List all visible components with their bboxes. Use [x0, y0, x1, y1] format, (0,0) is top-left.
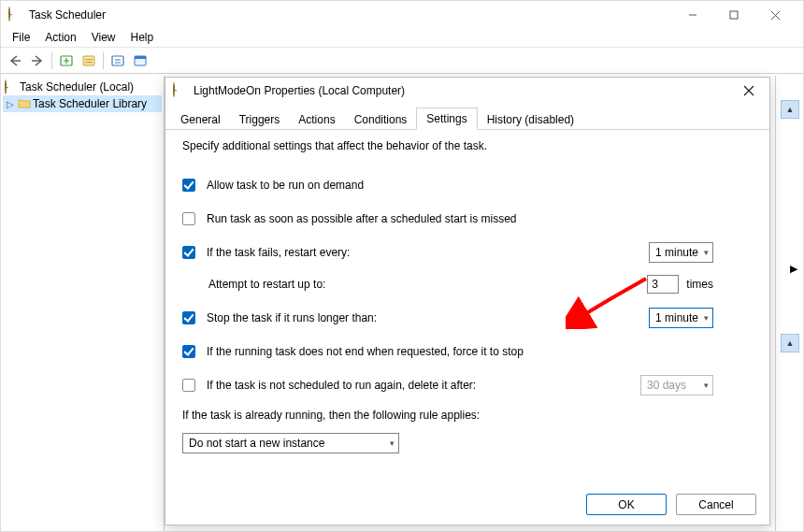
svg-rect-8 [85, 59, 93, 60]
label-allow-on-demand: Allow task to be run on demand [207, 179, 364, 192]
dialog-footer: OK Cancel [586, 494, 756, 515]
select-stop-if-longer-value: 1 minute [655, 311, 698, 324]
svg-rect-14 [135, 56, 146, 59]
tab-conditions[interactable]: Conditions [345, 109, 417, 130]
select-delete-after: 30 days ▾ [640, 375, 713, 395]
chevron-down-icon: ▾ [704, 381, 709, 390]
toolbar-button-4[interactable] [130, 50, 151, 71]
select-running-rule[interactable]: Do not start a new instance ▾ [182, 433, 399, 453]
menu-file[interactable]: File [7, 29, 36, 47]
tree-root-label: Task Scheduler (Local) [20, 80, 134, 93]
maximize-button[interactable] [713, 1, 754, 29]
row-delete-after: If the task is not scheduled to run agai… [182, 375, 753, 395]
actions-panel: ▲ ▶ ▲ [775, 76, 803, 531]
tab-settings[interactable]: Settings [416, 108, 477, 130]
tree-library[interactable]: ▷ Task Scheduler Library [3, 95, 162, 112]
clock-icon [5, 80, 18, 93]
chevron-down-icon: ▾ [704, 248, 709, 257]
row-stop-if-longer: Stop the task if it runs longer than: 1 … [182, 308, 753, 328]
toolbar-button-3[interactable] [108, 50, 128, 71]
actions-panel-scroll[interactable]: ▶ [790, 263, 797, 275]
tree-library-label: Task Scheduler Library [33, 97, 147, 110]
label-attempt-restart: Attempt to restart up to: [208, 278, 325, 291]
clock-icon [173, 83, 188, 98]
chevron-right-icon[interactable]: ▷ [5, 99, 16, 109]
select-running-rule-value: Do not start a new instance [189, 437, 324, 450]
tab-triggers[interactable]: Triggers [230, 109, 290, 130]
checkbox-run-asap[interactable] [182, 212, 195, 225]
checkbox-allow-on-demand[interactable] [182, 179, 195, 192]
window-title: Task Scheduler [29, 8, 672, 22]
label-stop-if-longer: Stop the task if it runs longer than: [207, 311, 377, 324]
svg-rect-1 [730, 11, 738, 19]
checkbox-restart-every[interactable] [182, 246, 195, 259]
checkbox-stop-if-longer[interactable] [182, 311, 195, 324]
row-allow-on-demand: Allow task to be run on demand [182, 175, 753, 195]
svg-rect-9 [85, 62, 93, 63]
tab-general[interactable]: General [171, 109, 230, 130]
chevron-down-icon: ▾ [704, 313, 709, 323]
input-attempt-restart[interactable]: 3 [647, 275, 679, 294]
tab-actions[interactable]: Actions [289, 109, 344, 130]
checkbox-force-stop[interactable] [182, 345, 195, 358]
toolbar-button-1[interactable] [56, 50, 77, 71]
app-icon [8, 7, 23, 22]
label-restart-every: If the task fails, restart every: [207, 246, 350, 259]
dialog-close-button[interactable] [736, 79, 762, 102]
select-stop-if-longer[interactable]: 1 minute ▾ [649, 308, 713, 328]
forward-button[interactable] [27, 50, 48, 71]
window-controls [672, 1, 796, 29]
folder-icon [18, 97, 31, 110]
row-restart-every: If the task fails, restart every: 1 minu… [182, 242, 753, 263]
tab-history[interactable]: History (disabled) [478, 109, 583, 130]
label-delete-after: If the task is not scheduled to run agai… [207, 379, 476, 392]
row-force-stop: If the running task does not end when re… [182, 341, 753, 362]
svg-rect-10 [112, 56, 123, 65]
label-run-asap: Run task as soon as possible after a sch… [207, 212, 517, 225]
dialog-title: LightModeOn Properties (Local Computer) [194, 84, 736, 97]
cancel-button[interactable]: Cancel [676, 494, 756, 515]
dialog-titlebar: LightModeOn Properties (Local Computer) [165, 78, 769, 104]
close-button[interactable] [754, 1, 796, 29]
label-running-rule: If the task is already running, then the… [182, 409, 753, 422]
label-force-stop: If the running task does not end when re… [207, 345, 524, 358]
row-attempt-restart: Attempt to restart up to: 3 times [182, 274, 753, 295]
chevron-down-icon: ▾ [390, 439, 395, 448]
back-button[interactable] [5, 50, 25, 71]
ok-button[interactable]: OK [586, 494, 667, 515]
select-restart-every[interactable]: 1 minute ▾ [649, 242, 713, 263]
menu-help[interactable]: Help [125, 29, 160, 47]
select-restart-every-value: 1 minute [655, 246, 698, 259]
tree-root[interactable]: Task Scheduler (Local) [3, 79, 162, 95]
dialog-tabs: General Triggers Actions Conditions Sett… [165, 108, 769, 130]
menu-action[interactable]: Action [39, 29, 81, 47]
properties-dialog: LightModeOn Properties (Local Computer) … [165, 77, 770, 525]
toolbar-button-2[interactable] [79, 50, 99, 71]
dialog-body: Specify additional settings that affect … [165, 130, 769, 453]
toolbar-separator [51, 52, 52, 69]
menubar: File Action View Help [1, 29, 803, 48]
label-times: times [686, 278, 713, 291]
toolbar-separator [103, 52, 104, 69]
toolbar [1, 48, 803, 74]
settings-intro: Specify additional settings that affect … [182, 139, 753, 152]
tree-panel: Task Scheduler (Local) ▷ Task Scheduler … [1, 76, 165, 531]
checkbox-delete-after[interactable] [182, 379, 195, 392]
menu-view[interactable]: View [86, 29, 122, 47]
row-run-asap: Run task as soon as possible after a sch… [182, 208, 753, 229]
titlebar: Task Scheduler [1, 1, 803, 29]
actions-panel-header-1[interactable]: ▲ [781, 100, 799, 119]
svg-rect-7 [83, 56, 94, 65]
minimize-button[interactable] [672, 1, 713, 29]
select-delete-after-value: 30 days [647, 379, 686, 392]
actions-panel-header-2[interactable]: ▲ [781, 334, 799, 352]
